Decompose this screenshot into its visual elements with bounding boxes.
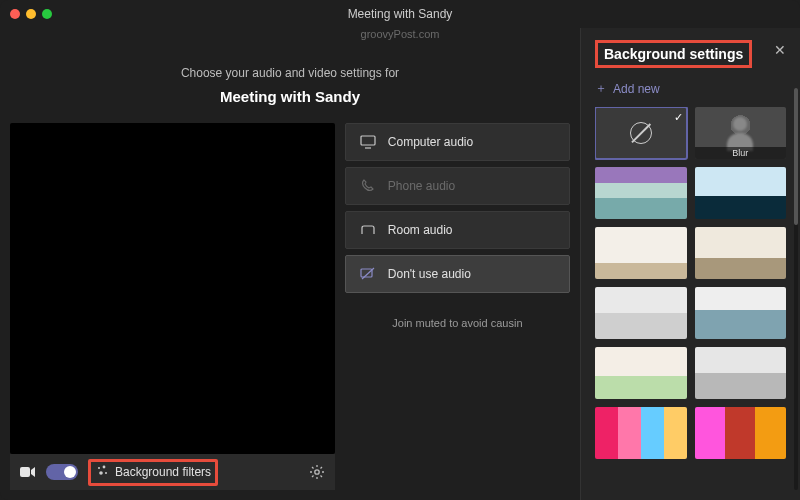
svg-point-1 (98, 467, 100, 469)
svg-point-2 (103, 465, 106, 468)
svg-point-4 (105, 472, 107, 474)
titlebar: Meeting with Sandy (0, 0, 800, 28)
background-thumb-image-8[interactable] (595, 347, 687, 399)
audio-option-room[interactable]: Room audio (345, 211, 570, 249)
preview-controls: Background filters (10, 454, 335, 490)
device-settings-button[interactable] (309, 464, 325, 480)
svg-rect-16 (361, 269, 372, 277)
camera-icon (20, 466, 36, 478)
check-icon: ✓ (674, 111, 683, 124)
svg-rect-0 (20, 467, 30, 477)
background-thumb-image-3[interactable] (695, 167, 787, 219)
svg-rect-14 (361, 136, 375, 145)
background-thumb-image-11[interactable] (695, 407, 787, 459)
close-panel-button[interactable]: ✕ (770, 40, 790, 60)
svg-point-5 (315, 470, 319, 474)
prejoin-mid: Background filters Computer audio (10, 123, 570, 490)
add-new-label: Add new (613, 82, 660, 96)
background-thumbnails: ✓Blur (595, 107, 790, 459)
svg-point-3 (99, 471, 103, 475)
scrollbar-thumb[interactable] (794, 88, 798, 225)
audio-option-label: Room audio (388, 223, 453, 237)
panel-scrollbar[interactable] (794, 88, 798, 490)
audio-options: Computer audio Phone audio Room audio Do… (345, 123, 570, 490)
audio-option-label: Phone audio (388, 179, 455, 193)
audio-option-phone: Phone audio (345, 167, 570, 205)
background-thumb-image-7[interactable] (695, 287, 787, 339)
background-filters-button[interactable]: Background filters (95, 464, 211, 481)
background-thumb-image-9[interactable] (695, 347, 787, 399)
svg-line-10 (312, 467, 314, 469)
background-thumb-image-10[interactable] (595, 407, 687, 459)
svg-line-12 (312, 476, 314, 478)
camera-toggle[interactable] (46, 464, 78, 480)
content-area: Choose your audio and video settings for… (0, 28, 800, 500)
svg-line-11 (320, 476, 322, 478)
room-icon (360, 224, 376, 236)
phone-icon (360, 179, 376, 193)
monitor-icon (360, 135, 376, 149)
audio-option-label: Computer audio (388, 135, 473, 149)
highlight-panel-title: Background settings (595, 40, 752, 68)
plus-icon: ＋ (595, 80, 607, 97)
svg-line-13 (320, 467, 322, 469)
window-title: Meeting with Sandy (0, 7, 800, 21)
background-thumb-image-2[interactable] (595, 167, 687, 219)
panel-title: Background settings (604, 46, 743, 62)
background-thumb-image-5[interactable] (695, 227, 787, 279)
panel-header: Background settings ✕ (595, 40, 790, 68)
highlight-background-filters: Background filters (88, 459, 218, 486)
audio-option-computer[interactable]: Computer audio (345, 123, 570, 161)
background-settings-panel: Background settings ✕ ＋ Add new ✓Blur (580, 28, 800, 500)
background-thumb-image-4[interactable] (595, 227, 687, 279)
app-window: Meeting with Sandy groovyPost.com Choose… (0, 0, 800, 500)
audio-option-none[interactable]: Don't use audio (345, 255, 570, 293)
join-muted-note: Join muted to avoid causin (345, 299, 570, 347)
audio-option-label: Don't use audio (388, 267, 471, 281)
meeting-name: Meeting with Sandy (10, 88, 570, 105)
thumb-label: Blur (695, 147, 787, 159)
preview-column: Background filters (10, 123, 335, 490)
background-thumb-image-6[interactable] (595, 287, 687, 339)
background-thumb-none[interactable]: ✓ (595, 107, 687, 159)
prompt-text: Choose your audio and video settings for (10, 66, 570, 80)
sparkle-icon (95, 464, 109, 481)
background-thumb-blur[interactable]: Blur (695, 107, 787, 159)
add-new-background-button[interactable]: ＋ Add new (595, 80, 790, 97)
background-filters-label: Background filters (115, 465, 211, 479)
prejoin-pane: Choose your audio and video settings for… (0, 28, 580, 500)
no-audio-icon (360, 267, 376, 281)
video-preview (10, 123, 335, 454)
